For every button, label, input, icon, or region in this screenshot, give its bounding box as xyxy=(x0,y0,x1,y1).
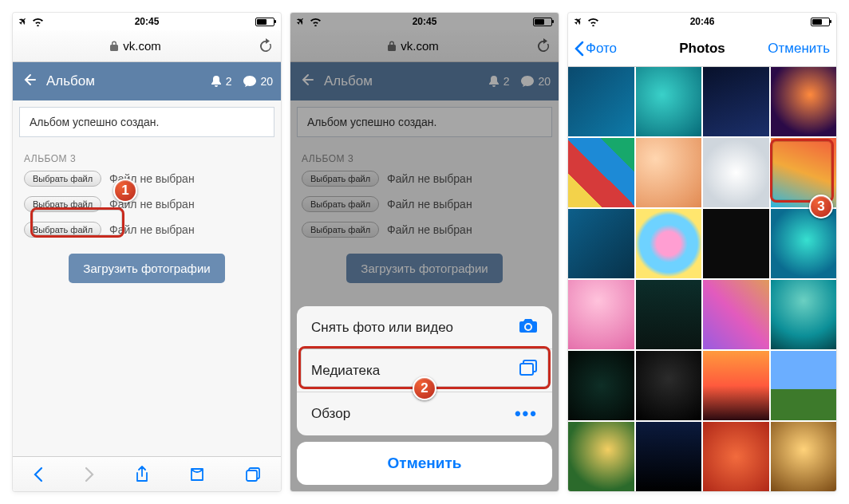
photo-grid xyxy=(568,67,836,491)
choose-file-button[interactable]: Выбрать файл xyxy=(24,171,101,187)
photo-thumb[interactable] xyxy=(703,351,769,420)
photo-thumb[interactable] xyxy=(703,422,769,491)
step-badge-2: 2 xyxy=(413,376,436,400)
photo-thumb[interactable] xyxy=(703,138,769,207)
photo-thumb[interactable] xyxy=(636,138,702,207)
file-row: Выбрать файл Файл не выбран xyxy=(302,171,547,187)
file-row: Выбрать файл Файл не выбран xyxy=(302,222,547,238)
battery-icon xyxy=(255,18,274,26)
airplane-icon: ✈ xyxy=(572,15,586,29)
photo-thumb[interactable] xyxy=(771,209,837,278)
bookmarks-icon[interactable] xyxy=(189,467,205,482)
upload-photos-button[interactable]: Загрузить фотографии xyxy=(69,254,224,283)
screen-2: ✈ 20:45 vk.com Альбом 2 xyxy=(290,13,559,491)
action-browse-label: Обзор xyxy=(311,406,350,422)
stack-icon xyxy=(519,360,538,381)
share-icon[interactable] xyxy=(135,466,149,483)
back-icon[interactable] xyxy=(298,72,314,91)
airplane-icon: ✈ xyxy=(294,15,308,29)
photo-thumb[interactable] xyxy=(568,351,634,420)
photo-thumb[interactable] xyxy=(568,138,634,207)
safari-toolbar xyxy=(13,456,281,491)
url-text: vk.com xyxy=(401,39,439,53)
photo-thumb[interactable] xyxy=(636,280,702,349)
photo-thumb[interactable] xyxy=(771,351,837,420)
file-row: Выбрать файл Файл не выбран xyxy=(24,222,270,238)
action-take-photo[interactable]: Снять фото или видео xyxy=(297,306,552,349)
file-row: Выбрать файл Файл не выбран xyxy=(24,196,270,212)
photo-thumb[interactable] xyxy=(703,67,769,136)
back-icon[interactable] xyxy=(21,72,37,91)
upload-photos-button[interactable]: Загрузить фотографии xyxy=(346,254,502,283)
photo-thumb[interactable] xyxy=(703,209,769,278)
choose-file-button[interactable]: Выбрать файл xyxy=(302,222,379,238)
wifi-icon xyxy=(310,18,322,26)
notifications-button[interactable]: 2 xyxy=(210,75,232,88)
status-time: 20:46 xyxy=(568,16,836,27)
status-bar: ✈ 20:45 xyxy=(13,13,281,30)
svg-rect-1 xyxy=(247,471,257,481)
messages-button[interactable]: 20 xyxy=(243,75,273,88)
photo-picker-nav: Фото Photos Отменить xyxy=(568,30,836,67)
url-text: vk.com xyxy=(123,39,161,53)
battery-icon xyxy=(811,18,830,26)
status-bar: ✈ 20:46 xyxy=(568,13,836,30)
lock-icon xyxy=(110,41,118,51)
vk-body: Альбом успешно создан. АЛЬБОМ 3 Выбрать … xyxy=(13,100,281,456)
photo-thumb[interactable] xyxy=(568,209,634,278)
screen-1: ✈ 20:45 vk.com Альбом 2 xyxy=(13,13,281,491)
refresh-icon[interactable] xyxy=(536,38,551,54)
photo-thumb[interactable] xyxy=(771,280,837,349)
wifi-icon xyxy=(32,18,44,26)
tabs-icon[interactable] xyxy=(245,467,261,482)
choose-file-button[interactable]: Выбрать файл xyxy=(24,196,101,212)
action-cancel[interactable]: Отменить xyxy=(297,442,552,485)
messages-button[interactable]: 20 xyxy=(520,75,551,88)
airplane-icon: ✈ xyxy=(17,15,30,29)
photo-thumb[interactable] xyxy=(568,67,634,136)
vk-header: Альбом 2 20 xyxy=(290,62,559,100)
status-bar: ✈ 20:45 xyxy=(290,13,559,30)
status-time: 20:45 xyxy=(290,16,559,27)
photo-thumb[interactable] xyxy=(771,67,837,136)
photo-thumb[interactable] xyxy=(636,67,702,136)
photo-thumb[interactable] xyxy=(636,209,702,278)
photo-thumb[interactable] xyxy=(568,280,634,349)
choose-file-button[interactable]: Выбрать файл xyxy=(24,222,101,238)
choose-file-button[interactable]: Выбрать файл xyxy=(302,171,379,187)
action-take-photo-label: Снять фото или видео xyxy=(311,320,453,336)
lock-icon xyxy=(388,41,396,51)
refresh-icon[interactable] xyxy=(259,38,273,54)
choose-file-button[interactable]: Выбрать файл xyxy=(302,196,379,212)
nav-forward-icon xyxy=(84,467,95,482)
messages-count: 20 xyxy=(260,75,273,88)
safari-address-bar[interactable]: vk.com xyxy=(13,30,281,62)
notifications-button[interactable]: 2 xyxy=(488,75,510,88)
safari-address-bar[interactable]: vk.com xyxy=(290,30,559,62)
file-status: Файл не выбран xyxy=(387,172,472,185)
picker-back-label: Фото xyxy=(586,41,617,57)
vk-header: Альбом 2 20 xyxy=(13,62,281,100)
success-alert: Альбом успешно создан. xyxy=(19,107,274,137)
wifi-icon xyxy=(587,18,599,26)
file-row: Выбрать файл Файл не выбран xyxy=(302,196,547,212)
nav-back-icon[interactable] xyxy=(33,467,44,482)
picker-back-button[interactable]: Фото xyxy=(575,41,617,57)
file-row: Выбрать файл Файл не выбран xyxy=(24,171,270,187)
vk-title: Альбом xyxy=(324,73,478,89)
photo-thumb[interactable] xyxy=(636,351,702,420)
photo-thumb[interactable] xyxy=(771,422,837,491)
step-badge-1: 1 xyxy=(113,179,137,203)
battery-icon xyxy=(533,18,552,26)
photo-thumb[interactable] xyxy=(568,422,634,491)
messages-count: 20 xyxy=(538,75,551,88)
screen-3: ✈ 20:46 Фото Photos Отменить xyxy=(568,13,836,491)
action-photo-library-label: Медиатека xyxy=(311,363,380,379)
album-section-label: АЛЬБОМ 3 xyxy=(290,144,559,171)
vk-title: Альбом xyxy=(46,73,200,89)
status-time: 20:45 xyxy=(13,16,281,27)
album-section-label: АЛЬБОМ 3 xyxy=(13,144,281,171)
photo-thumb[interactable] xyxy=(703,280,769,349)
picker-cancel-button[interactable]: Отменить xyxy=(768,41,830,57)
photo-thumb[interactable] xyxy=(636,422,702,491)
